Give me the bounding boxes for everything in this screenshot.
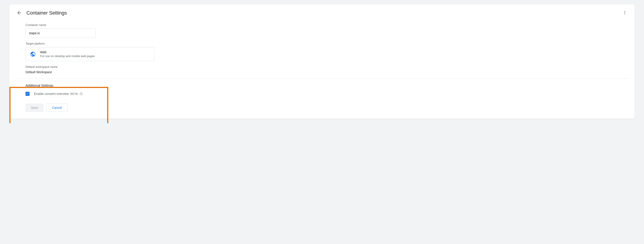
arrow-left-icon — [16, 10, 22, 16]
target-platform-label: Target platform — [26, 42, 629, 45]
container-name-label: Container name — [26, 23, 629, 27]
more-vertical-icon — [622, 10, 627, 16]
back-button[interactable] — [15, 8, 24, 18]
consent-overview-label-group: Enable consent overview (BETA) — [34, 92, 83, 96]
button-row: Save Cancel — [26, 104, 629, 112]
additional-settings-section: Additional Settings Enable consent overv… — [10, 78, 634, 118]
svg-point-2 — [624, 14, 625, 14]
platform-description: For use on desktop and mobile web pages — [40, 54, 95, 58]
cancel-button[interactable]: Cancel — [46, 104, 68, 112]
consent-overview-row: Enable consent overview (BETA) — [26, 92, 629, 96]
consent-overview-label: Enable consent overview — [34, 92, 69, 96]
additional-settings-title: Additional Settings — [26, 84, 629, 87]
default-workspace-value: Default Workspace — [26, 70, 629, 74]
svg-point-1 — [624, 12, 625, 13]
platform-text: Web For use on desktop and mobile web pa… — [40, 50, 95, 58]
consent-overview-checkbox[interactable] — [26, 92, 30, 96]
check-icon — [26, 92, 29, 96]
header: Container Settings — [10, 4, 634, 19]
save-button[interactable]: Save — [26, 104, 44, 112]
page-title: Container Settings — [26, 10, 67, 16]
platform-title: Web — [40, 50, 95, 54]
container-name-input[interactable] — [26, 28, 96, 38]
more-menu-button[interactable] — [620, 8, 629, 18]
target-platform-card[interactable]: Web For use on desktop and mobile web pa… — [26, 47, 154, 61]
globe-icon — [30, 51, 36, 57]
beta-tag: (BETA) — [70, 92, 78, 95]
help-icon[interactable] — [80, 92, 83, 96]
svg-point-4 — [81, 94, 81, 95]
default-workspace-label: Default workspace name — [26, 65, 629, 68]
svg-point-0 — [624, 11, 625, 12]
content: Container name Target platform Web For u… — [10, 23, 634, 74]
settings-card: Container Settings Container name Target… — [10, 4, 634, 119]
